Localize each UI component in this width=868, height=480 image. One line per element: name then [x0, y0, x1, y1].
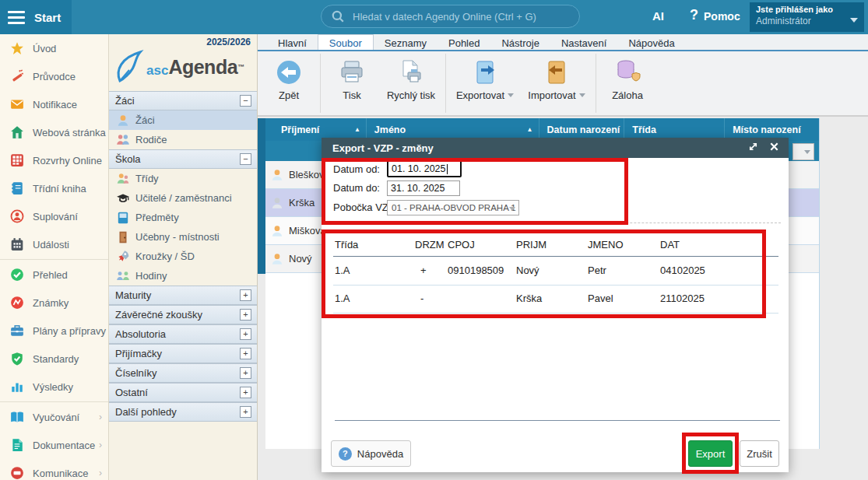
open-book-icon: [10, 410, 24, 424]
tree-item-krouzky[interactable]: Kroužky / ŠD: [109, 247, 257, 266]
export-col-trida: Třída: [335, 239, 358, 251]
student-icon-gray: [270, 196, 284, 210]
tree-item-tridy[interactable]: Třídy: [109, 169, 257, 188]
expand-box-icon[interactable]: +: [240, 289, 251, 301]
printer-icon: [338, 58, 366, 86]
database-backup-icon: [613, 58, 641, 86]
quick-print-button[interactable]: Rychlý tisk: [380, 54, 442, 101]
sort-asc-icon: ▲: [354, 126, 360, 133]
sidebar-item-webova-stranka[interactable]: Webová stránka: [0, 118, 108, 146]
tree-section-ciselniky[interactable]: Číselníky +: [109, 363, 257, 383]
table-left-splitter[interactable]: [258, 118, 265, 274]
expand-box-icon[interactable]: +: [240, 387, 251, 398]
menu-tab-bar: Hlavní Soubor Seznamy Pohled Nástroje Na…: [258, 34, 868, 51]
export-button[interactable]: Export: [688, 440, 733, 467]
tree-section-skola[interactable]: Škola −: [109, 149, 257, 169]
sidebar-item-udalosti[interactable]: Události: [0, 230, 108, 258]
dropdown-arrow-icon: [804, 150, 810, 154]
envelope-icon: [10, 97, 24, 111]
user-menu[interactable]: Jste přihlášen jako Administrátor: [750, 2, 864, 32]
tab-napoveda[interactable]: Nápověda: [617, 34, 685, 50]
tree-section-dalsi-pohledy[interactable]: Další pohledy +: [109, 402, 257, 422]
global-search[interactable]: [321, 5, 580, 28]
print-button[interactable]: Tisk: [324, 54, 380, 101]
back-button[interactable]: Zpět: [261, 54, 317, 101]
sidebar-item-znamky[interactable]: Známky: [0, 289, 108, 317]
tree-item-ucebny[interactable]: Učebny - místnosti: [109, 227, 257, 247]
tab-hlavni[interactable]: Hlavní: [267, 34, 318, 50]
export-menu-button[interactable]: Exportovat: [449, 54, 521, 101]
start-menu[interactable]: Start: [0, 0, 72, 34]
export-icon: [471, 58, 499, 86]
module-sidebar: 2025/2026 ascAgenda™ Žáci − Žáci Rodiče …: [109, 34, 258, 480]
search-input[interactable]: [351, 10, 570, 23]
sidebar-item-dokumentace[interactable]: Dokumentace ›: [0, 431, 108, 459]
sidebar-item-vysledky[interactable]: Výsledky: [0, 373, 108, 401]
timetable-grid-icon: [10, 153, 24, 167]
expand-box-icon[interactable]: +: [240, 348, 251, 359]
datum-od-input[interactable]: 01. 10. 2025: [387, 160, 462, 177]
maximize-icon[interactable]: [748, 142, 758, 152]
tab-soubor[interactable]: Soubor: [318, 34, 374, 50]
expand-box-icon[interactable]: +: [240, 328, 251, 340]
sidebar-item-suplovani[interactable]: Suplování: [0, 202, 108, 230]
sidebar-item-uvod[interactable]: Úvod: [0, 34, 108, 62]
cancel-button[interactable]: Zrušit: [740, 440, 779, 467]
communication-icon: [10, 466, 24, 480]
user-name: Administrátor: [756, 16, 858, 26]
tree-section-maturity[interactable]: Maturity +: [109, 286, 257, 305]
row-separator: [333, 313, 778, 314]
tree-section-absolutoria[interactable]: Absolutoria +: [109, 324, 257, 344]
help-button[interactable]: Pomoc: [704, 10, 740, 23]
tree-item-hodiny[interactable]: Hodiny: [109, 266, 257, 286]
document-icon: [10, 438, 24, 452]
sidebar-item-prehled[interactable]: Přehled: [0, 261, 108, 289]
datum-do-input[interactable]: 31. 10. 2025: [387, 180, 460, 196]
tab-nastroje[interactable]: Nástroje: [490, 34, 550, 50]
back-arrow-icon: [275, 58, 303, 86]
tree-section-prijimacky[interactable]: Přijímačky +: [109, 344, 257, 363]
filter-dropdown[interactable]: [792, 143, 814, 160]
collapse-box-icon[interactable]: −: [240, 153, 251, 165]
sidebar-item-tridni-kniha[interactable]: Třídní kniha: [0, 174, 108, 202]
tree-item-ucitele[interactable]: Učitelé / zaměstnanci: [109, 188, 257, 208]
sidebar-item-vyucovani[interactable]: Vyučování ›: [0, 403, 108, 431]
sidebar-item-rozvrhy-online[interactable]: Rozvrhy Online: [0, 146, 108, 174]
dropdown-arrow-icon: [508, 93, 514, 97]
expand-box-icon[interactable]: +: [240, 367, 251, 379]
expand-box-icon[interactable]: +: [240, 309, 251, 321]
tree-item-zaci[interactable]: Žáci: [109, 110, 257, 130]
tree-section-zaci[interactable]: Žáci −: [109, 91, 257, 110]
sidebar-item-komunikace[interactable]: Komunikace ›: [0, 459, 108, 480]
backup-button[interactable]: Záloha: [599, 54, 655, 101]
sidebar-item-notifikace[interactable]: Notifikace: [0, 90, 108, 118]
app-window: Start AI ? Pomoc Jste přihlášen jako Adm…: [0, 0, 868, 480]
sidebar-item-standardy[interactable]: Standardy: [0, 345, 108, 373]
tab-seznamy[interactable]: Seznamy: [374, 34, 438, 50]
hamburger-icon[interactable]: [8, 11, 25, 24]
tree-item-rodice[interactable]: Rodiče: [109, 130, 257, 149]
sidebar-item-pruvodce[interactable]: Průvodce: [0, 62, 108, 90]
ai-button[interactable]: AI: [652, 9, 664, 23]
field-label-datum-od: Datum od:: [333, 163, 380, 175]
help-button[interactable]: ? Nápověda: [331, 440, 411, 467]
tree-section-ostatni[interactable]: Ostatní +: [109, 383, 257, 402]
import-menu-button[interactable]: Importovat: [521, 54, 592, 101]
user-title: Jste přihlášen jako: [756, 5, 858, 14]
sidebar-item-plany-a-pripravy[interactable]: Plány a přípravy: [0, 317, 108, 345]
tab-nastaveni[interactable]: Nastavení: [550, 34, 618, 50]
close-icon[interactable]: [769, 142, 779, 152]
tree-section-zaverecne-zkousky[interactable]: Závěrečné zkoušky +: [109, 305, 257, 324]
expand-box-icon[interactable]: +: [240, 406, 251, 418]
asc-agenda-logo: ascAgenda™: [109, 47, 257, 91]
collapse-box-icon[interactable]: −: [240, 95, 251, 107]
tab-pohled[interactable]: Pohled: [438, 34, 490, 50]
pobocka-vzp-select[interactable]: 01 - PRAHA-OBVOD PRAHA 1: [387, 200, 519, 215]
help-question-icon[interactable]: ?: [690, 7, 698, 23]
parents-icon: [116, 133, 130, 147]
dialog-footer-line: [335, 420, 780, 421]
import-icon: [543, 58, 571, 86]
dialog-title-bar[interactable]: Export - VZP - změny: [322, 138, 789, 158]
tree-item-predmety[interactable]: Předměty: [109, 208, 257, 227]
rocket-icon: [116, 250, 130, 264]
